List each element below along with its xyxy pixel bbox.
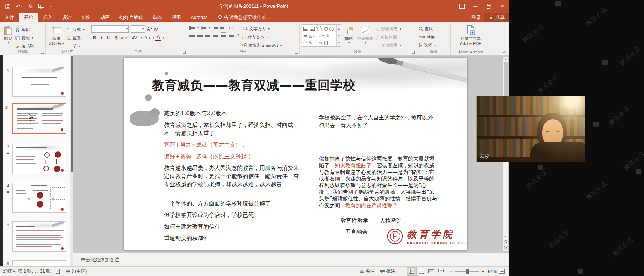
tab-design[interactable]: 设计	[57, 13, 76, 22]
language-indicator[interactable]: 中文(中国)	[66, 268, 87, 275]
align-left-icon[interactable]	[189, 33, 195, 37]
minimize-button[interactable]: ─	[469, 0, 482, 13]
slide-thumbnail-4[interactable]: +	[12, 183, 66, 213]
justify-icon[interactable]	[213, 33, 218, 37]
dialog-launcher-icon[interactable]	[183, 51, 186, 54]
slide-thumbnail-5[interactable]	[12, 221, 66, 252]
text-shadow-button[interactable]: S	[113, 35, 119, 40]
align-center-icon[interactable]	[197, 33, 203, 37]
create-share-pdf-button[interactable]: 创建并共享 Adobe PDF	[459, 24, 482, 47]
collapse-ribbon-button[interactable]	[502, 51, 506, 53]
zoom-in-button[interactable]: +	[481, 269, 484, 274]
zoom-slider-thumb[interactable]	[466, 269, 469, 274]
slide-thumbnail-6[interactable]	[12, 260, 66, 266]
slide-sorter-view-button[interactable]	[417, 267, 426, 276]
shapes-gallery[interactable]: ╲╲▢◯ ▭△⌐¬⇦⇩ ◠✎⌒∿{} ▴▾≡	[302, 24, 341, 47]
change-case-button[interactable]: Aa	[143, 35, 151, 40]
slide-title[interactable]: 教育减负——教育双减——重回学校	[152, 77, 356, 94]
replace-button[interactable]: ab⇄ 替换▾	[419, 33, 439, 41]
copy-button[interactable]: 复制▾	[15, 34, 34, 42]
spell-check-button[interactable]	[56, 269, 61, 274]
webcam-video[interactable]: 云杉	[476, 96, 585, 162]
tab-transitions[interactable]: 切换	[76, 13, 95, 22]
increase-indent-icon[interactable]	[220, 26, 224, 30]
distribute-icon[interactable]	[229, 33, 234, 37]
start-slideshow-button[interactable]	[38, 4, 44, 9]
notes-pane[interactable]: 单击此处添加备注	[73, 253, 509, 266]
redo-button[interactable]: ↻	[28, 3, 33, 9]
shapes-scrollbar[interactable]: ▴▾≡	[336, 25, 341, 46]
comments-button[interactable]: 批注	[380, 268, 395, 275]
ribbon-display-options-button[interactable]	[455, 0, 469, 13]
tab-file[interactable]: 文件	[0, 13, 19, 22]
scroll-up-icon[interactable]: ▲	[504, 57, 507, 62]
tab-home[interactable]: 开始	[19, 13, 38, 22]
zoom-slider[interactable]	[455, 271, 479, 272]
next-slide-button[interactable]	[504, 246, 508, 250]
strikethrough-button[interactable]: abc	[120, 36, 129, 40]
shape-fill-button[interactable]: ◇ 形状填充▾	[376, 25, 401, 33]
bold-button[interactable]: B	[91, 35, 98, 40]
tab-insert[interactable]: 插入	[38, 13, 57, 22]
new-slide-button[interactable]: 新建 幻灯片▾	[48, 24, 65, 47]
select-button[interactable]: 选择▾	[419, 42, 439, 49]
shape-outline-button[interactable]: ╱ 形状轮廓▾	[376, 33, 401, 41]
numbering-icon[interactable]	[201, 26, 206, 30]
columns-icon[interactable]	[221, 32, 226, 37]
slide-thumbnail-2[interactable]	[12, 103, 66, 134]
dialog-launcher-icon[interactable]	[41, 51, 44, 54]
shape-effects-button[interactable]: ▱ 形状效果▾	[376, 42, 401, 49]
character-spacing-button[interactable]: AV	[130, 36, 139, 40]
font-name-combo[interactable]: ▾	[91, 25, 129, 33]
slide-left-column[interactable]: 减负的1.0版本与2.0版本 教育减负之后，家长负担却重了，经济负担、时间成本、…	[164, 109, 300, 246]
quick-styles-button[interactable]: 快速样式 ▾	[356, 24, 374, 46]
font-color-button[interactable]: A	[155, 35, 161, 41]
section-button[interactable]: 节▾	[67, 42, 85, 50]
paste-button[interactable]: 粘贴 ▾	[3, 24, 13, 46]
font-size-combo[interactable]: ▾	[131, 25, 145, 33]
slide-canvas[interactable]: 教育减负——教育双减——重回学校 减负的1.0版本与2.0版本 教育减负之后，家…	[124, 58, 467, 250]
decrease-indent-icon[interactable]	[214, 26, 218, 30]
layout-button[interactable]: 版式▾	[67, 26, 85, 33]
undo-button[interactable]: ↶▾	[16, 3, 23, 9]
line-spacing-icon[interactable]: ↕▾	[228, 25, 233, 30]
textbox-vertical-icon[interactable]	[310, 27, 315, 31]
thumbnail-scrollbar[interactable]	[70, 55, 73, 266]
align-text-button[interactable]: [↕] 对齐文本▾	[242, 33, 282, 41]
normal-view-button[interactable]	[407, 267, 417, 276]
fit-to-window-button[interactable]	[499, 269, 505, 274]
italic-button[interactable]: I	[98, 35, 105, 40]
scroll-down-icon[interactable]: ▼	[504, 234, 507, 239]
dialog-launcher-icon[interactable]	[295, 51, 298, 54]
decrease-font-button[interactable]: A▾	[154, 27, 158, 31]
slide-right-column[interactable]: 学校被架空了，在个人自主的学之外，教可以外包出去：育人不见了 假如抽离了德性与信…	[319, 114, 437, 236]
format-painter-button[interactable]: 格式刷	[15, 42, 34, 50]
bullets-icon[interactable]	[189, 26, 195, 30]
underline-button[interactable]: U	[106, 35, 112, 40]
textbox-icon[interactable]	[303, 27, 308, 31]
zoom-percentage[interactable]: 64%	[488, 269, 497, 274]
save-button[interactable]	[5, 4, 10, 9]
dialog-launcher-icon[interactable]	[412, 51, 415, 54]
slideshow-view-button[interactable]	[436, 267, 446, 276]
slide-thumbnail-3[interactable]	[12, 144, 66, 174]
text-direction-button[interactable]: ⇵A 文字方向▾	[242, 25, 282, 33]
reading-view-button[interactable]	[426, 267, 436, 276]
restore-button[interactable]	[482, 0, 496, 13]
tab-acrobat[interactable]: Acrobat	[186, 13, 212, 22]
arrange-button[interactable]: 排列 ▾	[343, 24, 354, 46]
close-button[interactable]: ×	[496, 0, 509, 13]
find-button[interactable]: 查找	[419, 25, 439, 33]
tab-view[interactable]: 视图	[167, 13, 186, 22]
increase-font-button[interactable]: A▴	[147, 26, 152, 32]
scrollbar-thumb[interactable]	[504, 62, 508, 98]
cut-button[interactable]: 剪切	[15, 26, 34, 33]
share-button[interactable]: 共享	[484, 13, 509, 22]
previous-slide-button[interactable]	[504, 240, 508, 244]
tab-review[interactable]: 审阅	[148, 13, 167, 22]
convert-smartart-button[interactable]: 转换为 SmartArt▾	[242, 42, 282, 49]
sign-in-button[interactable]: 登录	[468, 13, 484, 22]
tab-slideshow[interactable]: 幻灯片放映	[115, 13, 148, 22]
customize-qat-button[interactable]: ▾	[50, 4, 52, 8]
tell-me-box[interactable]: 告诉我您想要做什么...	[218, 13, 270, 22]
